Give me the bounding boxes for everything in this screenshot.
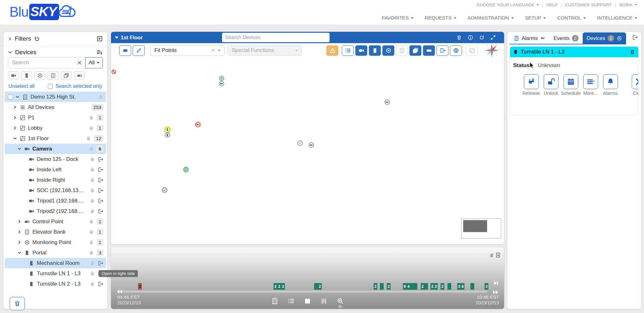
tree-item-tripod1-192-168-133-90-c[interactable]: Tripod1 (192.168.133.90) - C... bbox=[5, 196, 106, 206]
info-icon[interactable] bbox=[468, 35, 473, 40]
choose-language-link[interactable]: CHOOSE YOUR LANGUAGE bbox=[477, 3, 539, 7]
minimap-viewport[interactable] bbox=[463, 220, 487, 232]
search-selected-only-checkbox[interactable] bbox=[48, 84, 53, 89]
timeline-event-block[interactable]: 2 bbox=[274, 283, 277, 290]
chevron-down-icon[interactable] bbox=[15, 95, 19, 99]
open-in-right-icon[interactable] bbox=[98, 167, 103, 173]
open-panel-icon[interactable] bbox=[632, 34, 638, 40]
user-menu[interactable]: BOBIK bbox=[619, 3, 637, 7]
open-in-right-icon[interactable] bbox=[98, 281, 103, 287]
selected-device-bar[interactable]: Turnstile LN 1 - L3 bbox=[510, 47, 638, 57]
map-device-portal-marker[interactable] bbox=[165, 132, 170, 138]
reset-filters-icon[interactable] bbox=[34, 36, 40, 42]
sliders-icon[interactable] bbox=[320, 298, 327, 304]
chevron-down-icon[interactable] bbox=[8, 50, 12, 54]
nav-setup[interactable]: SETUP bbox=[525, 15, 546, 21]
tab-devices[interactable]: Devices1 bbox=[583, 32, 626, 44]
open-in-right-icon[interactable] bbox=[98, 198, 103, 204]
nav-control[interactable]: CONTROL bbox=[557, 15, 586, 21]
portal-layer-button[interactable] bbox=[369, 45, 381, 56]
help-link[interactable]: HELP bbox=[546, 3, 558, 7]
tree-checkbox[interactable] bbox=[8, 94, 13, 100]
alarms-button[interactable] bbox=[603, 74, 618, 89]
map-device-ring-marker[interactable] bbox=[219, 76, 224, 81]
map-device-pencil-marker[interactable] bbox=[297, 140, 303, 146]
timeline-event-block[interactable]: 2 bbox=[277, 283, 281, 290]
fit-points-select[interactable]: Fit Points × bbox=[150, 45, 225, 56]
tree-item-p1[interactable]: P11 bbox=[5, 112, 106, 123]
tree-item-demo-125-high-st[interactable]: Demo 125 High St. bbox=[5, 92, 106, 102]
release-button[interactable] bbox=[524, 74, 539, 89]
control-point-layer-button[interactable] bbox=[423, 45, 435, 56]
list-view-layer-button[interactable] bbox=[342, 45, 354, 56]
timeline-event-block[interactable] bbox=[424, 283, 428, 290]
map-device-turnstile-marker[interactable] bbox=[183, 167, 189, 172]
timeline-event-block[interactable] bbox=[314, 283, 318, 290]
map-device-check-marker[interactable] bbox=[162, 187, 167, 193]
chevron-right-icon[interactable] bbox=[17, 230, 21, 234]
chevron-down-icon[interactable] bbox=[13, 136, 17, 140]
timeline-event-block[interactable]: 4 bbox=[407, 283, 410, 290]
floor-map[interactable] bbox=[111, 58, 504, 244]
close-tab-icon[interactable] bbox=[617, 36, 622, 41]
building-icon[interactable] bbox=[271, 298, 278, 304]
more-button[interactable] bbox=[583, 74, 598, 89]
chevron-right-icon[interactable] bbox=[13, 126, 17, 130]
tree-item-inside-left[interactable]: Inside Left bbox=[5, 164, 106, 175]
chevron-down-icon[interactable] bbox=[17, 147, 21, 151]
tree-item-1st-floor[interactable]: 1st Floor12 bbox=[5, 133, 106, 144]
timeline-event-block[interactable]: 2 bbox=[318, 283, 322, 290]
unlock-button[interactable] bbox=[544, 74, 558, 89]
chevron-right-icon[interactable] bbox=[13, 116, 17, 120]
timeline-event-block[interactable] bbox=[380, 283, 384, 290]
nav-favorites[interactable]: FAVORITES bbox=[382, 15, 414, 21]
timeline-event-block[interactable]: 2 bbox=[441, 283, 444, 290]
timeline-track[interactable] bbox=[118, 291, 487, 292]
clear-icon[interactable]: × bbox=[212, 47, 215, 54]
nav-administration[interactable]: ADMINISTRATION bbox=[468, 15, 514, 21]
floor-selector[interactable]: 1st Floor bbox=[111, 35, 143, 41]
search-scope-dropdown[interactable]: All bbox=[85, 57, 103, 68]
customer-support-link[interactable]: CUSTOMER SUPPORT bbox=[565, 3, 612, 7]
blusky-logo[interactable]: BluSKY bbox=[9, 3, 75, 21]
open-in-right-icon[interactable] bbox=[98, 188, 103, 193]
tree-item-turnstile-ln-1-l3[interactable]: Turnstile LN 1 - L3 bbox=[5, 268, 106, 279]
map-device-camera-marker[interactable] bbox=[385, 100, 390, 105]
tree-item-control-point[interactable]: Control Point1 bbox=[5, 216, 106, 227]
globe-layer-button[interactable] bbox=[450, 45, 462, 56]
tree-item-all-devices[interactable]: All Devices253 bbox=[5, 102, 106, 112]
filter-floors-icon[interactable] bbox=[61, 71, 72, 80]
filter-portal-icon[interactable] bbox=[21, 71, 32, 80]
open-in-right-icon[interactable] bbox=[98, 177, 103, 183]
clear-search-icon[interactable] bbox=[77, 60, 82, 65]
chevron-down-icon[interactable] bbox=[17, 251, 21, 255]
zoom-in-icon[interactable]: 6h bbox=[337, 298, 344, 304]
tree-item-demo-125-dock[interactable]: Demo 125 - Dock bbox=[5, 154, 106, 164]
tree-item-mechanical-room[interactable]: Mechanical Room bbox=[5, 258, 106, 268]
elevator-layer-button[interactable] bbox=[396, 45, 408, 56]
remove-device-icon[interactable] bbox=[630, 49, 635, 55]
filter-monitoring-point-icon[interactable] bbox=[34, 71, 45, 80]
timeline-event-block[interactable]: 2 bbox=[434, 283, 438, 290]
timeline-event-block[interactable]: 3 bbox=[485, 283, 488, 290]
chevron-right-icon[interactable] bbox=[17, 240, 21, 244]
fit-layer-button[interactable] bbox=[466, 45, 478, 56]
map-device-camera-marker[interactable] bbox=[195, 122, 201, 127]
timeline-event-block[interactable] bbox=[470, 283, 474, 290]
list-view-icon[interactable] bbox=[288, 298, 295, 304]
camera-layer-button[interactable] bbox=[355, 45, 367, 56]
trash-icon[interactable] bbox=[456, 35, 462, 40]
open-in-right-icon[interactable] bbox=[98, 260, 103, 266]
tree-item-camera[interactable]: Camera6 bbox=[5, 144, 106, 154]
open-in-right-icon[interactable] bbox=[98, 208, 103, 214]
tree-item-turnstile-ln-2-l3[interactable]: Turnstile LN 2 - L3 bbox=[5, 279, 106, 289]
map-device-camera-marker[interactable] bbox=[309, 142, 314, 148]
expand-icon[interactable] bbox=[490, 35, 496, 40]
pencil-button[interactable] bbox=[133, 45, 145, 56]
filter-camera-icon[interactable] bbox=[8, 71, 19, 80]
solid-rect-button[interactable] bbox=[119, 45, 131, 56]
door-out-layer-button[interactable] bbox=[436, 45, 448, 56]
special-functions-select[interactable]: Special Functions bbox=[228, 45, 302, 56]
timeline-alarm-block[interactable]: 3 bbox=[138, 283, 142, 290]
download-icon[interactable] bbox=[495, 252, 501, 258]
